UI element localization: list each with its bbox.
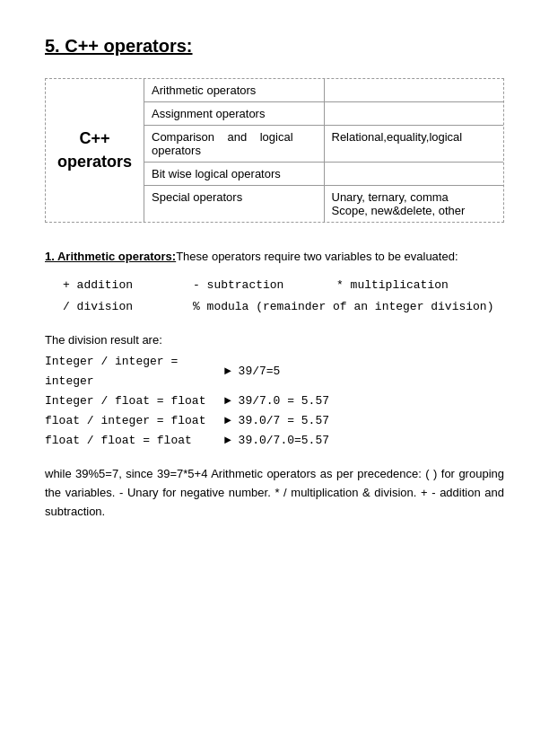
page-title: 5. C++ operators: (45, 36, 504, 57)
table-cell-assignment-right (325, 102, 504, 125)
table-row: Special operators Unary, ternary, comma … (144, 186, 503, 222)
table-cell-assignment-left: Assignment operators (144, 102, 325, 125)
section1-title: 1. Arithmetic operators: (45, 248, 176, 266)
div-row-1: Integer / integer = integer ► 39/7=5 (45, 352, 504, 391)
table-cell-special-right: Unary, ternary, comma Scope, new&delete,… (325, 186, 504, 222)
op-multiplication: * multiplication (336, 275, 449, 297)
div-row-2-left: Integer / float = float (45, 391, 224, 411)
table-cell-comparison-right: Relational,equality,logical (325, 126, 504, 162)
op-subtraction: - subtraction (193, 275, 336, 297)
table-cell-arithmetic-left: Arithmetic operators (144, 79, 325, 101)
op-addition: + addition (63, 275, 193, 297)
section1-intro: These operators require two variables to… (176, 248, 458, 269)
div-row-3-right: ► 39.0/7 = 5.57 (224, 411, 329, 431)
division-section: The division result are: Integer / integ… (45, 333, 504, 451)
div-row-2: Integer / float = float ► 39/7.0 = 5.57 (45, 391, 504, 411)
div-row-4: float / float = float ► 39.0/7.0=5.57 (45, 431, 504, 451)
division-intro: The division result are: (45, 333, 504, 347)
table-row: Arithmetic operators (144, 79, 503, 102)
table-cell-arithmetic-right (325, 79, 504, 101)
div-row-3-left: float / integer = float (45, 411, 224, 431)
div-row-4-right: ► 39.0/7.0=5.57 (224, 431, 329, 451)
table-left-panel: C++ operators (46, 79, 144, 222)
div-row-4-left: float / float = float (45, 431, 224, 451)
operators-row1: + addition - subtraction * multiplicatio… (63, 275, 504, 297)
table-cell-bitwise-left: Bit wise logical operators (144, 163, 325, 185)
table-row: Comparison and logical operators Relatio… (144, 126, 503, 163)
section1: 1. Arithmetic operators: These operators… (45, 248, 504, 522)
table-cell-bitwise-right (325, 163, 504, 185)
div-row-3: float / integer = float ► 39.0/7 = 5.57 (45, 411, 504, 431)
table-row: Assignment operators (144, 102, 503, 126)
operators-table: C++ operators Arithmetic operators Assig… (45, 78, 504, 223)
table-right-panel: Arithmetic operators Assignment operator… (144, 79, 503, 222)
division-table: Integer / integer = integer ► 39/7=5 Int… (45, 352, 504, 451)
table-cell-special-left: Special operators (144, 186, 325, 222)
special-right-line2: Scope, new&delete, other (332, 204, 497, 217)
op-modula: % modula (remainder of an integer divisi… (193, 296, 493, 319)
section1-header: 1. Arithmetic operators: These operators… (45, 248, 504, 269)
div-row-2-right: ► 39/7.0 = 5.57 (224, 391, 329, 411)
table-category-label: C++ operators (57, 127, 132, 172)
operators-row2: / division % modula (remainder of an int… (63, 296, 504, 319)
operators-list: + addition - subtraction * multiplicatio… (45, 275, 504, 319)
div-row-1-right: ► 39/7=5 (224, 362, 280, 382)
table-row: Bit wise logical operators (144, 163, 503, 186)
div-row-1-left: Integer / integer = integer (45, 352, 224, 391)
section1-note: while 39%5=7, since 39=7*5+4 Arithmetic … (45, 465, 504, 521)
special-right-line1: Unary, ternary, comma (332, 190, 497, 204)
op-division: / division (63, 296, 193, 319)
table-cell-comparison-left: Comparison and logical operators (144, 126, 325, 162)
